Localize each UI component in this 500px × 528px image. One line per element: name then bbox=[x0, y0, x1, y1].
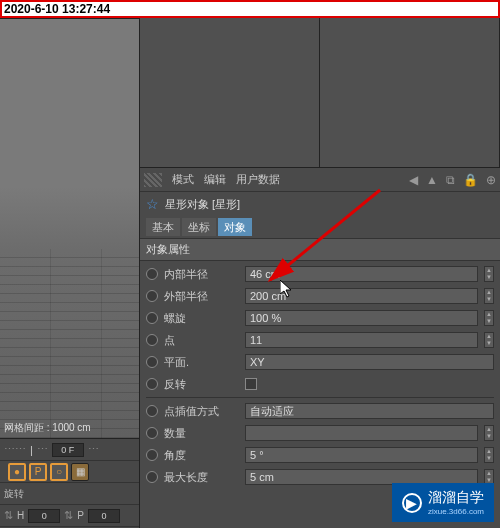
properties-list: 内部半径 ▲▼ 外部半径 ▲▼ 螺旋 ▲▼ 点 ▲▼ bbox=[140, 261, 500, 490]
viewport-perspective[interactable]: 网格间距 : 1000 cm bbox=[0, 18, 139, 438]
prop-outer-radius: 外部半径 ▲▼ bbox=[140, 285, 500, 307]
position-key-icon[interactable]: P bbox=[29, 463, 47, 481]
object-header: ☆ 星形对象 [星形] bbox=[140, 192, 500, 216]
tab-coord[interactable]: 坐标 bbox=[182, 218, 216, 236]
menu-icon[interactable]: ⊕ bbox=[486, 173, 496, 187]
anim-dot-icon[interactable] bbox=[146, 312, 158, 324]
app-container: 网格间距 : 1000 cm ⋯⋯ | ⋯ ⋯ ● P ○ ▦ 旋转 bbox=[0, 0, 500, 528]
plane-field[interactable] bbox=[245, 354, 494, 370]
nav-collapse-icon[interactable]: ⧉ bbox=[446, 173, 455, 187]
prop-plane: 平面. bbox=[140, 351, 500, 373]
fps-field[interactable] bbox=[52, 443, 84, 457]
reverse-label: 反转 bbox=[164, 377, 239, 392]
nav-up-icon[interactable]: ▲ bbox=[426, 173, 438, 187]
timestamp: 2020-6-10 13:27:44 bbox=[4, 2, 110, 16]
star-icon: ☆ bbox=[146, 196, 159, 212]
maxlen-label: 最大长度 bbox=[164, 470, 239, 485]
prop-twist: 螺旋 ▲▼ bbox=[140, 307, 500, 329]
angle-label: 角度 bbox=[164, 448, 239, 463]
grip-icon[interactable] bbox=[144, 173, 162, 187]
object-name-label: 星形对象 [星形] bbox=[165, 197, 240, 212]
attribute-tabs: 基本 坐标 对象 bbox=[140, 216, 500, 238]
record-icon[interactable]: ● bbox=[8, 463, 26, 481]
spinner-icon[interactable]: ▲▼ bbox=[484, 332, 494, 348]
count-field[interactable] bbox=[245, 425, 478, 441]
timeline-dots-icon: ⋯ bbox=[88, 443, 99, 456]
play-icon: ▶ bbox=[402, 493, 422, 513]
frame-strip-icon[interactable]: ▦ bbox=[71, 463, 89, 481]
watermark-url: zixue.3d66.com bbox=[428, 507, 484, 516]
prop-count: 数量 ▲▼ bbox=[140, 422, 500, 444]
tab-basic[interactable]: 基本 bbox=[146, 218, 180, 236]
inner-radius-label: 内部半径 bbox=[164, 267, 239, 282]
inner-radius-field[interactable] bbox=[245, 266, 478, 282]
nav-prev-icon[interactable]: ◀ bbox=[409, 173, 418, 187]
edit-menu[interactable]: 编辑 bbox=[204, 172, 226, 187]
tab-object[interactable]: 对象 bbox=[218, 218, 252, 236]
anim-dot-icon[interactable] bbox=[146, 378, 158, 390]
spinner-icon[interactable]: ▲▼ bbox=[484, 425, 494, 441]
section-object-properties: 对象属性 bbox=[140, 238, 500, 261]
rotate-label: 旋转 bbox=[4, 487, 24, 501]
prop-angle: 角度 ▲▼ bbox=[140, 444, 500, 466]
twist-field[interactable] bbox=[245, 310, 478, 326]
prop-reverse: 反转 bbox=[140, 373, 500, 395]
anim-dot-icon[interactable] bbox=[146, 405, 158, 417]
attribute-toolbar: 模式 编辑 用户数据 ◀ ▲ ⧉ 🔒 ⊕ bbox=[140, 168, 500, 192]
divider bbox=[146, 397, 494, 398]
viewport-pane[interactable] bbox=[140, 18, 320, 167]
p-axis-label: P bbox=[77, 510, 84, 521]
lock-icon[interactable]: 🔒 bbox=[463, 173, 478, 187]
watermark-brand: 溜溜自学 bbox=[428, 489, 484, 507]
spinner-icon[interactable]: ▲▼ bbox=[484, 266, 494, 282]
userdata-menu[interactable]: 用户数据 bbox=[236, 172, 280, 187]
anim-dot-icon[interactable] bbox=[146, 471, 158, 483]
anim-dot-icon[interactable] bbox=[146, 334, 158, 346]
points-label: 点 bbox=[164, 333, 239, 348]
viewport-pane[interactable] bbox=[320, 18, 500, 167]
viewport-grid-status: 网格间距 : 1000 cm bbox=[4, 421, 91, 435]
timeline-dots-icon: ⋯ bbox=[37, 443, 48, 456]
h-axis-label: H bbox=[17, 510, 24, 521]
points-field[interactable] bbox=[245, 332, 478, 348]
prop-inner-radius: 内部半径 ▲▼ bbox=[140, 263, 500, 285]
timeline-divider-icon: | bbox=[30, 444, 33, 456]
reverse-checkbox[interactable] bbox=[245, 378, 257, 390]
plane-label: 平面. bbox=[164, 355, 239, 370]
spinner-icon[interactable]: ▲▼ bbox=[484, 447, 494, 463]
timeline-panel: ⋯⋯ | ⋯ ⋯ ● P ○ ▦ 旋转 ⇅ H ⇅ bbox=[0, 438, 139, 528]
anim-dot-icon[interactable] bbox=[146, 356, 158, 368]
interp-field[interactable] bbox=[245, 403, 494, 419]
anim-dot-icon[interactable] bbox=[146, 268, 158, 280]
mode-menu[interactable]: 模式 bbox=[172, 172, 194, 187]
spinner-icon[interactable]: ▲▼ bbox=[484, 310, 494, 326]
h-value-field[interactable] bbox=[28, 509, 60, 523]
scale-key-icon[interactable]: ○ bbox=[50, 463, 68, 481]
outer-radius-field[interactable] bbox=[245, 288, 478, 304]
outer-radius-label: 外部半径 bbox=[164, 289, 239, 304]
anim-dot-icon[interactable] bbox=[146, 427, 158, 439]
count-label: 数量 bbox=[164, 426, 239, 441]
right-column: 模式 编辑 用户数据 ◀ ▲ ⧉ 🔒 ⊕ ☆ 星形对象 [星形] 基本 坐标 对… bbox=[140, 18, 500, 528]
timeline-dots-icon: ⋯⋯ bbox=[4, 443, 26, 456]
anim-dot-icon[interactable] bbox=[146, 449, 158, 461]
prop-points: 点 ▲▼ bbox=[140, 329, 500, 351]
twist-label: 螺旋 bbox=[164, 311, 239, 326]
anim-dot-icon[interactable] bbox=[146, 290, 158, 302]
prop-interpolation: 点插值方式 bbox=[140, 400, 500, 422]
watermark-badge: ▶ 溜溜自学 zixue.3d66.com bbox=[392, 483, 494, 522]
p-value-field[interactable] bbox=[88, 509, 120, 523]
stepper-icon[interactable]: ⇅ bbox=[4, 509, 13, 522]
interp-label: 点插值方式 bbox=[164, 404, 239, 419]
left-column: 网格间距 : 1000 cm ⋯⋯ | ⋯ ⋯ ● P ○ ▦ 旋转 bbox=[0, 18, 140, 528]
top-viewport-split bbox=[140, 18, 500, 168]
spinner-icon[interactable]: ▲▼ bbox=[484, 288, 494, 304]
stepper-icon[interactable]: ⇅ bbox=[64, 509, 73, 522]
angle-field[interactable] bbox=[245, 447, 478, 463]
